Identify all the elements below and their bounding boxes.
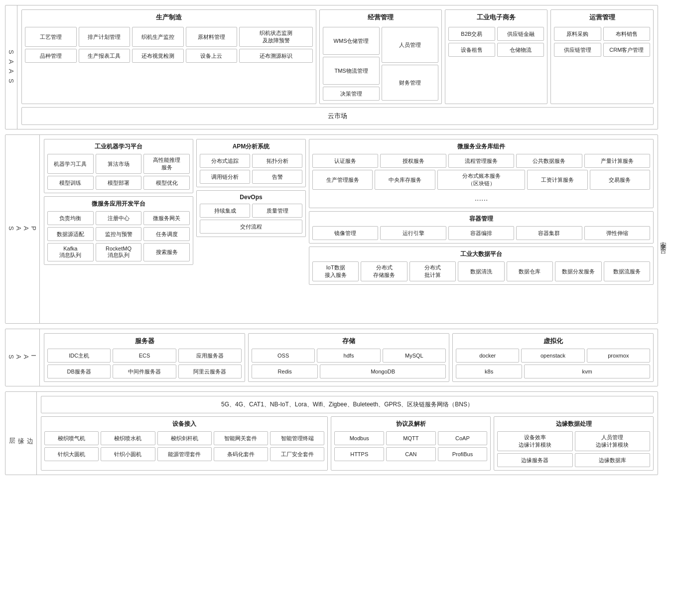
ecommerce-block: 工业电子商务 B2B交易 供应链金融 设备租售 仓储物流 [445, 9, 548, 104]
iaas-item: MongoDB [320, 365, 446, 378]
paas-content-area: 工业机器学习平台 机器学习工具 算法市场 高性能推理服务 模型训练 模型部署 [40, 135, 658, 323]
saas-item: CRM客户管理 [603, 43, 650, 57]
storage-block: 存储 OSS hdfs MySQL Redis MongoDB [248, 333, 449, 382]
edge-item: 设备效率边缘计算模块 [497, 431, 572, 451]
layers-column: S A A S 生产制造 工艺管理 排产计划管理 织机生产监控 [5, 5, 658, 475]
manufacturing-title: 生产制造 [25, 13, 313, 24]
paas-item: 负责均衡 [47, 211, 94, 225]
edge-item: 工厂安全套件 [270, 447, 324, 461]
saas-item: 人员管理 [382, 27, 438, 63]
iaas-item: ECS [113, 349, 176, 363]
saas-item: 品种管理 [25, 49, 77, 63]
saas-item: 设备上云 [186, 49, 238, 63]
paas-item: 数据仓库 [507, 261, 553, 281]
network-bar: 5G、4G、CAT1、NB-IoT、Lora、Wifi、Zigbee、Bulet… [41, 396, 654, 413]
device-access-block: 设备接入 梭织喷气机 梭织喷水机 梭织剑杆机 智能网关套件 智能管理终端 [41, 416, 328, 471]
saas-item: 生产报表工具 [79, 49, 131, 63]
device-access-title: 设备接入 [44, 420, 324, 428]
iaas-item: DB服务器 [47, 365, 111, 378]
microservice-lib-block: 微服务业务库组件 认证服务 授权服务 流程管理服务 公共数据服务 产量计算服务 [309, 139, 654, 208]
saas-item: B2B交易 [448, 27, 495, 41]
paas-item: 持续集成 [200, 204, 250, 218]
iaas-content-area: 服务器 IDC主机 ECS 应用服务器 DB服务器 中间件服务器 阿里云服务器 [40, 329, 658, 386]
iaas-item: kvm [524, 365, 650, 378]
edge-item: 智能网关套件 [214, 431, 268, 445]
iaas-item: 中间件服务器 [113, 365, 176, 378]
edge-item: 边缘服务器 [497, 453, 572, 467]
management-title: 经营管理 [323, 13, 438, 24]
iaas-item: IDC主机 [47, 349, 111, 363]
paas-item: 数据分发服务 [555, 261, 601, 281]
paas-item: 任务调度 [143, 227, 190, 241]
paas-item: 监控与预警 [96, 227, 142, 241]
edge-item: 条码化套件 [214, 447, 268, 461]
paas-item: 授权服务 [380, 154, 446, 168]
dots: ...... [312, 192, 650, 205]
virtual-block: 虚拟化 docker openstack proxmox k8s kvm [452, 333, 654, 382]
edge-label: 边缘层 [5, 392, 37, 475]
paas-item: 运行引擎 [380, 226, 446, 240]
paas-item: 流程管理服务 [448, 154, 514, 168]
saas-item: 原料采购 [554, 27, 601, 41]
ml-platform-block: 工业机器学习平台 机器学习工具 算法市场 高性能推理服务 模型训练 模型部署 [44, 139, 193, 193]
saas-item: TMS物流管理 [323, 57, 380, 85]
storage-title: 存储 [252, 337, 446, 346]
paas-item: 中央库存服务 [375, 170, 435, 190]
ml-platform-title: 工业机器学习平台 [47, 142, 190, 151]
paas-item: 调用链分析 [200, 170, 250, 184]
bigdata-block: 工业大数据平台 IoT数据接入服务 分布式存储服务 分布式批计算 数据清洗 数据… [309, 246, 654, 285]
operations-block: 运营管理 原料采购 布料销售 供应链管理 CRM客户管理 [550, 9, 654, 104]
edge-item: 针织小圆机 [101, 447, 155, 461]
paas-item: 分布式追踪 [200, 154, 250, 168]
iaas-item: hdfs [317, 349, 380, 363]
microservice-dev-title: 微服务应用开发平台 [47, 200, 190, 208]
microservice-lib-title: 微服务业务库组件 [312, 142, 650, 151]
management-block: 经营管理 WMS仓储管理 TMS物流管理 决策管理 人员管理 财务管理 [319, 9, 441, 104]
manufacturing-block: 生产制造 工艺管理 排产计划管理 织机生产监控 原材料管理 织机状态监测及故障预… [21, 9, 316, 104]
paas-item: 交付流程 [200, 220, 302, 234]
edge-data-title: 边缘数据处理 [497, 420, 650, 428]
container-block: 容器管理 镜像管理 运行引擎 容器编排 容器集群 弹性伸缩 [309, 211, 654, 244]
edge-data-block: 边缘数据处理 设备效率边缘计算模块 人员管理边缘计算模块 边缘服务器 边缘数据库 [494, 416, 654, 471]
saas-item: 供应链管理 [554, 43, 601, 57]
paas-item: 高性能推理服务 [143, 154, 190, 174]
virtual-title: 虚拟化 [456, 337, 650, 346]
saas-item: 布料销售 [603, 27, 650, 41]
edge-item: CAN [386, 447, 436, 461]
edge-item: Modbus [334, 431, 384, 445]
saas-item: 工艺管理 [25, 27, 77, 47]
paas-item: 注册中心 [96, 211, 142, 225]
edge-layer: 边缘层 5G、4G、CAT1、NB-IoT、Lora、Wifi、Zigbee、B… [5, 391, 658, 475]
paas-item: IoT数据接入服务 [312, 261, 359, 281]
saas-content-area: 生产制造 工艺管理 排产计划管理 织机生产监控 原材料管理 织机状态监测及故障预… [17, 5, 658, 129]
saas-item: 原材料管理 [186, 27, 238, 47]
iaas-item: docker [456, 349, 519, 363]
edge-item: ProfiBus [438, 447, 488, 461]
paas-item: Kafka消息队列 [47, 243, 94, 261]
iaas-item: Redis [252, 365, 318, 378]
paas-item: 工资计算服务 [527, 170, 587, 190]
saas-item: 决策管理 [323, 87, 380, 101]
container-title: 容器管理 [312, 215, 650, 223]
iaas-item: proxmox [587, 349, 650, 363]
iaas-item: 阿里云服务器 [178, 365, 242, 378]
edge-item: MQTT [386, 431, 436, 445]
paas-item: 弹性伸缩 [584, 226, 650, 240]
saas-item: 排产计划管理 [79, 27, 131, 47]
paas-item: 拓扑分析 [252, 154, 302, 168]
edge-item: 边缘数据库 [575, 453, 650, 467]
saas-item: 织机状态监测及故障预警 [239, 27, 313, 47]
iaas-item: OSS [252, 349, 315, 363]
paas-item: 模型训练 [47, 176, 94, 190]
paas-item: 分布式批计算 [409, 261, 456, 281]
security-platform-label: 安全平台 [658, 5, 668, 475]
saas-item: 财务管理 [382, 65, 438, 101]
paas-item: 分布式存储服务 [361, 261, 407, 281]
paas-item: 公共数据服务 [516, 154, 582, 168]
saas-item: WMS仓储管理 [323, 27, 380, 55]
paas-item: 质量管理 [252, 204, 302, 218]
operations-title: 运营管理 [554, 13, 650, 24]
paas-item: 机器学习工具 [47, 154, 94, 174]
paas-item: 数据流服务 [604, 261, 650, 281]
paas-item: 交易服务 [590, 170, 650, 190]
